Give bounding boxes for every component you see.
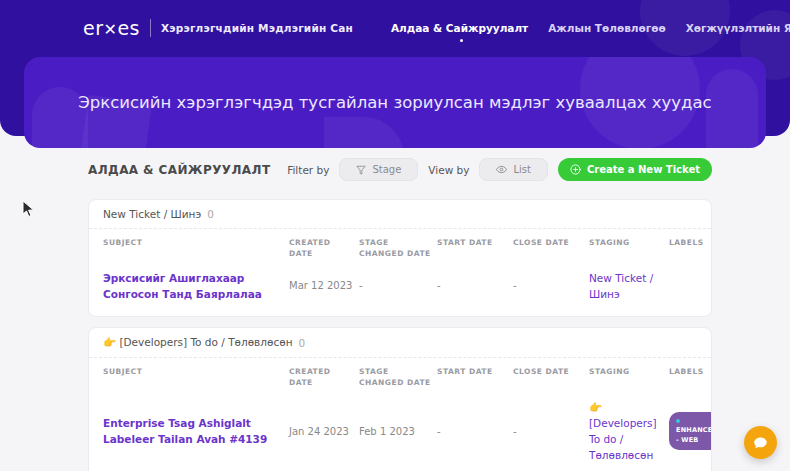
create-ticket-button[interactable]: Create a New Ticket (558, 158, 712, 181)
logo-area[interactable]: er✕es Хэрэглэгчдийн Мэдлэгийн Сан (83, 17, 353, 39)
column-header: LABELS (669, 237, 705, 260)
plus-circle-icon (570, 164, 581, 175)
filter-by-label: Filter by (287, 164, 329, 176)
top-navigation-bar: er✕es Хэрэглэгчдийн Мэдлэгийн Сан Алдаа … (0, 0, 790, 56)
start-date-cell: - (437, 424, 509, 439)
staging-link[interactable]: New Ticket / Шинэ (589, 270, 665, 303)
ticket-subject-link[interactable]: Эрксисийг Ашиглахаар Сонгосон Танд Баярл… (103, 270, 285, 303)
nav-item-bugs-improvements[interactable]: Алдаа & Сайжруулалт (391, 22, 528, 34)
column-header: STAGE CHANGED DATE (359, 237, 433, 260)
hero-banner: Эрксисийн хэрэглэгчдэд тусгайлан зориулс… (24, 57, 766, 148)
header-band: er✕es Хэрэглэгчдийн Мэдлэгийн Сан Алдаа … (0, 0, 790, 136)
stage-changed-date-cell: Feb 1 2023 (359, 424, 433, 439)
create-ticket-label: Create a New Ticket (587, 164, 700, 175)
created-date-cell: Jan 24 2023 (289, 424, 355, 439)
close-date-cell: - (513, 424, 585, 439)
group-header[interactable]: 👉 [Developers] To do / Төлөвлөсөн 0 (89, 328, 711, 358)
column-header-row: SUBJECT CREATED DATE STAGE CHANGED DATE … (89, 358, 711, 393)
column-header: STAGING (589, 237, 665, 260)
toolbar-controls: Filter by Stage View by List Create a Ne… (287, 158, 712, 181)
hero-decoration-shape (324, 117, 404, 148)
group-header[interactable]: New Ticket / Шинэ 0 (89, 200, 711, 229)
section-title: АЛДАА & САЙЖРУУЛАЛТ (88, 163, 270, 177)
eye-icon (496, 164, 507, 175)
column-header: START DATE (437, 237, 509, 260)
list-button-label: List (513, 164, 530, 175)
column-header: SUBJECT (103, 237, 285, 260)
created-date-cell: Mar 12 2023 (289, 278, 355, 293)
column-header: STAGE CHANGED DATE (359, 366, 433, 389)
group-title: New Ticket / Шинэ (103, 208, 201, 220)
group-count: 0 (207, 208, 214, 220)
stage-button-label: Stage (372, 164, 401, 175)
main-content: АЛДАА & САЙЖРУУЛАЛТ Filter by Stage View… (0, 136, 790, 471)
view-by-label: View by (428, 164, 469, 176)
nav-item-dev-progress[interactable]: Хөгжүүлэлтийн Явц (686, 22, 790, 34)
column-header: SUBJECT (103, 366, 285, 389)
column-header: START DATE (437, 366, 509, 389)
ticket-group-todo: 👉 [Developers] To do / Төлөвлөсөн 0 SUBJ… (88, 327, 712, 471)
column-header: LABELS (669, 366, 705, 389)
start-date-cell: - (437, 278, 509, 293)
hero-title: Эрксисийн хэрэглэгчдэд тусгайлан зориулс… (48, 93, 741, 112)
column-header: STAGING (589, 366, 665, 389)
ticket-subject-link[interactable]: Enterprise Tsag Ashiglalt Labeleer Taila… (103, 415, 285, 448)
page: er✕es Хэрэглэгчдийн Мэдлэгийн Сан Алдаа … (0, 0, 790, 471)
group-title: 👉 [Developers] To do / Төлөвлөсөн (103, 336, 293, 349)
chat-launcher-button[interactable] (744, 426, 777, 459)
label-badge: ENHANCEMENT - WEB (669, 412, 712, 449)
column-header: CLOSE DATE (513, 237, 585, 260)
section-toolbar: АЛДАА & САЙЖРУУЛАЛТ Filter by Stage View… (88, 158, 712, 181)
label-text: ENHANCEMENT - WEB (676, 426, 712, 444)
column-header-row: SUBJECT CREATED DATE STAGE CHANGED DATE … (89, 229, 711, 264)
staging-link[interactable]: 👉 [Developers] To do / Төлөвлөсөн (589, 399, 665, 464)
ticket-group-new: New Ticket / Шинэ 0 SUBJECT CREATED DATE… (88, 199, 712, 317)
main-nav: Алдаа & Сайжруулалт Ажлын Төлөвлөгөө Хөг… (391, 22, 790, 34)
group-count: 0 (299, 337, 306, 349)
site-subtitle: Хэрэглэгчдийн Мэдлэгийн Сан (161, 22, 353, 34)
logo-x-glyph: ✕ (104, 20, 118, 39)
list-view-button[interactable]: List (479, 158, 547, 181)
stage-filter-button[interactable]: Stage (339, 158, 418, 181)
close-date-cell: - (513, 278, 585, 293)
column-header: CREATED DATE (289, 237, 355, 260)
column-header: CLOSE DATE (513, 366, 585, 389)
erxes-logo: er✕es (83, 17, 140, 39)
column-header: CREATED DATE (289, 366, 355, 389)
logo-divider (150, 19, 151, 37)
funnel-icon (356, 165, 366, 175)
table-row: Эрксисийг Ашиглахаар Сонгосон Танд Баярл… (89, 264, 711, 317)
stage-changed-date-cell: - (359, 278, 433, 293)
labels-cell: ENHANCEMENT - WEB (669, 412, 712, 449)
table-row: Enterprise Tsag Ashiglalt Labeleer Taila… (89, 393, 711, 471)
label-dot-icon (676, 419, 680, 423)
nav-item-work-plan[interactable]: Ажлын Төлөвлөгөө (548, 22, 665, 34)
chat-bubble-icon (753, 435, 768, 450)
